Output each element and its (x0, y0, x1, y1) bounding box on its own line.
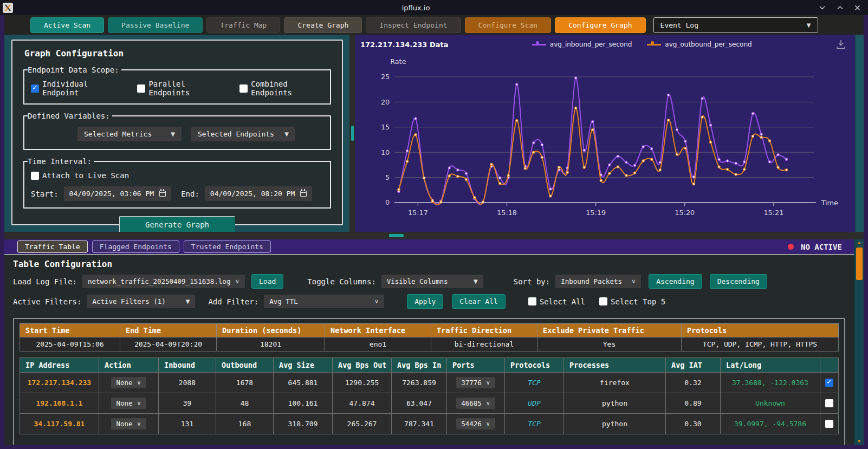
calendar-icon[interactable] (300, 191, 307, 197)
checkbox-attach-live-scan[interactable]: Attach to Live Scan (31, 171, 129, 180)
toggle-columns-select[interactable]: Visible Columns ▼ (381, 275, 483, 288)
cell-protocol: TCP (528, 420, 540, 428)
ascending-button[interactable]: Ascending (649, 274, 702, 289)
ports-dropdown[interactable]: 37776∨ (456, 377, 495, 388)
maximize-icon[interactable] (837, 5, 844, 10)
cell-avg-size: 645.881 (274, 373, 333, 393)
tab-active-scan[interactable]: Active Scan (30, 17, 104, 33)
chevron-down-icon: ∨ (235, 278, 239, 285)
row-select-checkbox[interactable] (825, 399, 833, 407)
checkbox-icon[interactable] (528, 297, 536, 305)
sort-by-label: Sort by: (514, 277, 550, 286)
table-row: 34.117.59.81 None∨ 131 168 318.709 265.2… (20, 414, 839, 434)
end-datetime-value: 04/09/2025, 08:20 PM (210, 190, 295, 198)
ports-dropdown[interactable]: 54426∨ (456, 418, 495, 430)
cell-lat-long: 37.3688, -122.0363 (721, 373, 820, 393)
chevron-down-icon: ∨ (137, 420, 141, 427)
checkbox-select-top-5[interactable]: Select Top 5 (599, 297, 665, 306)
tab-traffic-table[interactable]: Traffic Table (17, 240, 88, 253)
splitter-handle[interactable] (351, 126, 354, 141)
start-datetime-input[interactable]: 04/09/2025, 03:06 PM (64, 186, 172, 201)
chevron-down-icon: ∨ (137, 379, 141, 386)
scroll-up-icon[interactable]: ▲ (854, 240, 864, 245)
col-traffic-direction: Traffic Direction (431, 324, 537, 337)
cell-lat-long: Unknown (721, 393, 820, 414)
tables-container: Start Time End Time Duration (seconds) N… (13, 318, 845, 445)
download-chart-icon[interactable] (835, 40, 846, 49)
action-dropdown[interactable]: None∨ (111, 418, 146, 430)
scroll-down-icon[interactable]: ▼ (854, 439, 864, 444)
cell-avg-bps-in: 787.341 (392, 414, 447, 434)
col-protocols: Protocols (505, 358, 564, 373)
log-file-select[interactable]: network_traffic_20250409_151638.log ∨ (82, 275, 245, 288)
checkbox-icon[interactable] (31, 84, 39, 93)
tab-configure-graph[interactable]: Configure Graph (555, 17, 645, 33)
checkbox-icon[interactable] (137, 84, 145, 93)
toggle-columns-label: Toggle Columns: (307, 277, 375, 286)
chart-header: 172.217.134.233 Data avg_inbound_per_sec… (360, 38, 858, 51)
col-end-time: End Time (120, 324, 217, 337)
selected-metrics-dropdown[interactable]: Selected Metrics ▼ (77, 127, 182, 141)
generate-graph-button[interactable]: Generate Graph (119, 216, 235, 233)
cell-protocols: TCP, UDP, ICMP, HTTP, HTTPS (682, 337, 839, 352)
table-row: 172.217.134.233 None∨ 2088 1678 645.881 … (20, 373, 839, 393)
load-button[interactable]: Load (251, 274, 283, 289)
action-dropdown[interactable]: None∨ (111, 377, 146, 388)
svg-text:15: 15 (381, 123, 390, 131)
col-action: Action (99, 358, 159, 373)
scan-status: NO ACTIVE SCAN (788, 239, 846, 254)
action-dropdown[interactable]: None∨ (111, 398, 146, 409)
table-scrollbar[interactable]: ▲ ▼ (854, 239, 864, 445)
checkbox-combined-endpoints[interactable]: Combined Endpoints (239, 80, 323, 97)
app-window: ipflux.io Active Scan Passive Baseline T… (0, 0, 868, 449)
close-icon[interactable] (854, 5, 860, 11)
splitter-handle[interactable] (389, 234, 404, 237)
tab-flagged-endpoints[interactable]: Flagged Endpoints (92, 240, 179, 253)
calendar-icon[interactable] (159, 191, 166, 197)
chart-scrollbar[interactable] (855, 35, 864, 232)
col-ip-address: IP Address (20, 358, 99, 373)
apply-button[interactable]: Apply (407, 294, 443, 309)
ports-dropdown[interactable]: 46685∨ (456, 398, 495, 409)
add-filter-select[interactable]: Avg TTL ∨ (264, 295, 384, 308)
col-network-interface: Network Interface (325, 324, 431, 337)
active-filters-select[interactable]: Active Filters (1) ▼ (87, 295, 195, 308)
svg-text:10: 10 (381, 148, 390, 157)
cell-avg-iat: 0.30 (666, 414, 721, 434)
traffic-table: IP Address Action Inbound Outbound Avg S… (20, 357, 839, 434)
minimize-icon[interactable] (819, 5, 826, 10)
checkbox-parallel-endpoints[interactable]: Parallel Endpoints (137, 80, 221, 97)
horizontal-splitter[interactable] (4, 232, 864, 239)
legend-item-inbound[interactable]: avg_inbound_per_second (532, 41, 632, 48)
sort-by-select[interactable]: Inbound Packets ∨ (555, 275, 641, 288)
event-log-dropdown[interactable]: Event Log ▼ (653, 17, 818, 33)
descending-button[interactable]: Descending (710, 274, 767, 289)
legend-item-outbound[interactable]: avg_outbound_per_second (647, 41, 752, 48)
tab-passive-baseline[interactable]: Passive Baseline (108, 17, 203, 33)
checkbox-select-all[interactable]: Select All (528, 297, 585, 306)
scrollbar-thumb[interactable] (856, 248, 863, 280)
selected-endpoints-dropdown[interactable]: Selected Endpoints ▼ (191, 127, 295, 141)
tab-trusted-endpoints[interactable]: Trusted Endpoints (184, 240, 271, 253)
row-select-checkbox[interactable] (825, 379, 833, 387)
row-select-checkbox[interactable] (825, 420, 833, 428)
tab-traffic-map[interactable]: Traffic Map (206, 17, 280, 33)
checkbox-icon[interactable] (239, 84, 248, 93)
clear-all-button[interactable]: Clear All (452, 294, 505, 309)
checkbox-icon[interactable] (599, 297, 607, 305)
tab-inspect-endpoint[interactable]: Inspect Endpoint (366, 17, 461, 33)
chevron-down-icon: ∨ (486, 420, 490, 427)
end-datetime-input[interactable]: 04/09/2025, 08:20 PM (205, 186, 313, 201)
vertical-splitter[interactable] (349, 35, 355, 232)
checkbox-icon[interactable] (31, 172, 39, 180)
cell-inbound: 39 (159, 393, 216, 414)
tab-create-graph[interactable]: Create Graph (284, 17, 362, 33)
checkbox-individual-endpoint[interactable]: Individual Endpoint (31, 80, 119, 97)
col-lat-long: Lat/Long (721, 358, 820, 373)
window-title: ipflux.io (13, 4, 819, 12)
tab-configure-scan[interactable]: Configure Scan (465, 17, 552, 33)
chevron-down-icon: ∨ (374, 298, 379, 305)
cell-inbound: 131 (159, 414, 216, 434)
select-value: network_traffic_20250409_151638.log (88, 277, 230, 285)
status-dot-icon (788, 244, 794, 250)
